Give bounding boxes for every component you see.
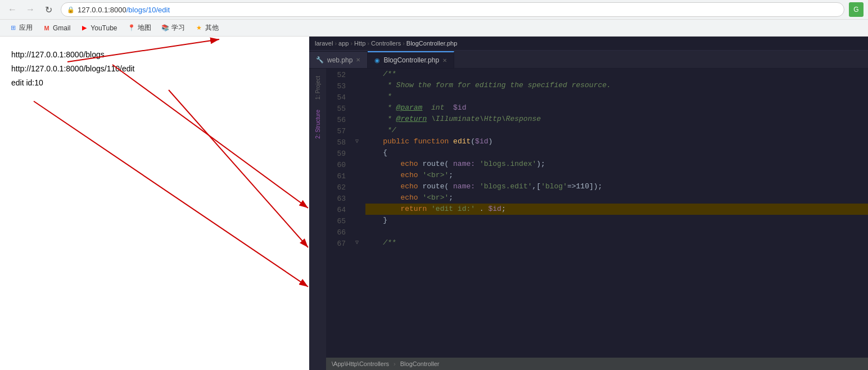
bookmark-maps[interactable]: 📍 地图 xyxy=(123,21,156,34)
youtube-label: YouTube xyxy=(91,24,117,32)
bookmark-other[interactable]: ★ 其他 xyxy=(191,21,223,34)
gmail-icon: M xyxy=(43,24,51,32)
code-line-55: * @param int $id xyxy=(365,102,868,114)
code-lines[interactable]: /** * Show the form for editing the spec… xyxy=(363,69,868,358)
php-icon: 🔧 xyxy=(316,56,324,64)
code-line-60: echo route( name: 'blogs.index'); xyxy=(365,159,868,170)
code-line-66 xyxy=(365,226,868,237)
svg-line-3 xyxy=(169,90,308,247)
code-line-58: public function edit($id) xyxy=(365,136,868,147)
tab-web-php-label: web.php xyxy=(327,56,352,64)
tab-blog-controller[interactable]: ◉ BlogController.php ✕ xyxy=(368,51,454,68)
tab-blog-controller-label: BlogController.php xyxy=(383,56,439,64)
apps-label: 应用 xyxy=(19,23,33,33)
code-line-56: * @return \Illuminate\Http\Response xyxy=(365,114,868,125)
ide-tabs: 🔧 web.php ✕ ◉ BlogController.php ✕ xyxy=(309,51,868,69)
ide-body: 1: Project 2: Structure 52 53 54 55 56 5… xyxy=(309,69,868,370)
reload-button[interactable]: ↻ xyxy=(40,2,56,17)
maps-label: 地图 xyxy=(138,23,151,33)
url-line3: edit id:10 xyxy=(11,76,298,90)
url-line1: http://127.0.0.1:8000/blogs xyxy=(11,48,298,62)
url-line2: http://127.0.0.1:8000/blogs/110/edit xyxy=(11,62,298,76)
back-button[interactable]: ← xyxy=(4,2,20,17)
line-numbers: 52 53 54 55 56 57 58 59 60 61 62 63 64 6… xyxy=(326,69,351,358)
nav-buttons: ← → ↻ xyxy=(4,2,56,17)
browser-chrome: ← → ↻ 🔒 127.0.0.1:8000/blogs/10/edit G xyxy=(0,0,868,20)
extension-icon: G xyxy=(849,2,864,17)
bookmark-apps[interactable]: ⊞ 应用 xyxy=(4,21,37,34)
gutter-icons: ▽ ▽ xyxy=(351,69,363,358)
url-path: /blogs/10/edit xyxy=(126,6,170,14)
code-line-65: } xyxy=(365,215,868,226)
ide-side-tabs: 1: Project 2: Structure xyxy=(309,69,326,370)
code-line-52: /** xyxy=(365,69,868,80)
xuexi-label: 学习 xyxy=(171,23,185,33)
ide-breadcrumb: laravel › app › Http › Controllers › Blo… xyxy=(309,37,868,51)
code-line-64: return 'edit id:' . $id; xyxy=(365,204,868,215)
code-line-67: /** xyxy=(365,237,868,249)
lock-icon: 🔒 xyxy=(67,6,75,13)
code-line-54: * xyxy=(365,91,868,102)
apps-icon: ⊞ xyxy=(9,24,17,32)
code-line-53: * Show the form for editing the specifie… xyxy=(365,80,868,91)
breadcrumb-controllers: Controllers xyxy=(371,40,401,47)
controller-icon: ◉ xyxy=(374,57,380,64)
breadcrumb-app: app xyxy=(338,40,349,47)
statusbar-class: BlogController xyxy=(400,360,440,367)
breadcrumb-file: BlogController.php xyxy=(406,40,458,47)
bookmark-gmail[interactable]: M Gmail xyxy=(38,22,75,34)
bookmark-youtube[interactable]: ▶ YouTube xyxy=(76,22,121,34)
code-line-63: echo '<br>'; xyxy=(365,192,868,204)
code-line-59: { xyxy=(365,147,868,159)
maps-icon: 📍 xyxy=(128,24,135,32)
address-bar[interactable]: 🔒 127.0.0.1:8000/blogs/10/edit xyxy=(61,2,844,17)
bookmarks-bar: ⊞ 应用 M Gmail ▶ YouTube 📍 地图 📚 学习 ★ 其他 xyxy=(0,20,868,37)
tab-blog-controller-close[interactable]: ✕ xyxy=(442,57,447,64)
url-prefix: 127.0.0.1:8000 xyxy=(78,6,126,14)
code-content: 52 53 54 55 56 57 58 59 60 61 62 63 64 6… xyxy=(326,69,868,358)
page-urls: http://127.0.0.1:8000/blogs http://127.0… xyxy=(11,48,298,91)
gmail-label: Gmail xyxy=(53,24,70,32)
youtube-icon: ▶ xyxy=(80,24,88,32)
svg-line-4 xyxy=(34,101,308,287)
code-editor: 52 53 54 55 56 57 58 59 60 61 62 63 64 6… xyxy=(326,69,868,370)
ide-area: laravel › app › Http › Controllers › Blo… xyxy=(309,37,868,370)
tab-web-php[interactable]: 🔧 web.php ✕ xyxy=(309,51,368,68)
statusbar-path: \App\Http\Controllers xyxy=(332,360,389,367)
ide-statusbar: \App\Http\Controllers › BlogController xyxy=(326,358,868,370)
code-line-62: echo route( name: 'blogs.edit',['blog'=>… xyxy=(365,181,868,192)
code-line-57: */ xyxy=(365,125,868,136)
side-tab-structure[interactable]: 2: Structure xyxy=(313,105,323,143)
forward-button[interactable]: → xyxy=(22,2,38,17)
bookmark-xuexi[interactable]: 📚 学习 xyxy=(157,21,189,34)
tab-web-php-close[interactable]: ✕ xyxy=(356,57,360,63)
xuexi-icon: 📚 xyxy=(161,24,169,32)
breadcrumb-laravel: laravel xyxy=(315,40,333,47)
code-line-61: echo '<br>'; xyxy=(365,170,868,181)
breadcrumb-http: Http xyxy=(354,40,365,47)
side-tab-project[interactable]: 1: Project xyxy=(313,71,323,104)
browser-content: http://127.0.0.1:8000/blogs http://127.0… xyxy=(0,37,309,370)
other-label: 其他 xyxy=(205,23,219,33)
main-area: http://127.0.0.1:8000/blogs http://127.0… xyxy=(0,37,868,370)
other-icon: ★ xyxy=(195,24,203,32)
